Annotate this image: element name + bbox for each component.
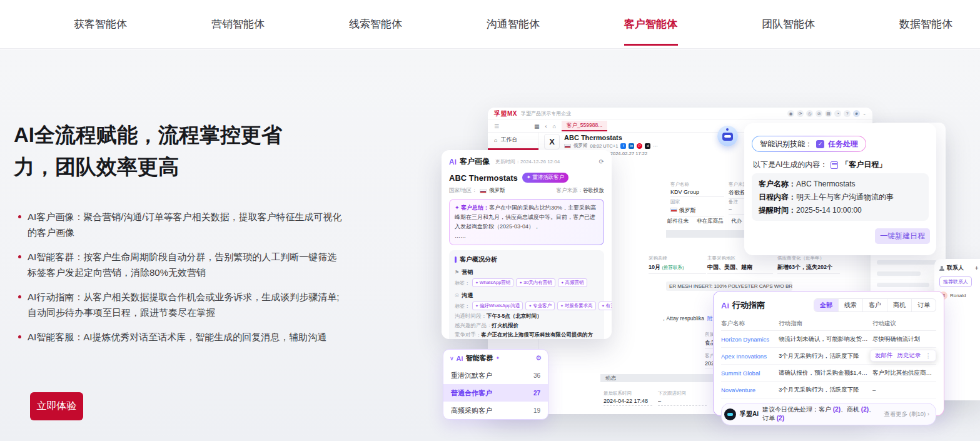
skeleton-line bbox=[877, 283, 929, 287]
nav-item-team[interactable]: 团队智能体 bbox=[759, 0, 817, 49]
guide-cell: 物流计划未确认，可能影响发货时效 bbox=[779, 335, 870, 343]
guide-cell: 请确认报价，预计采购金额$1,400,... bbox=[779, 369, 870, 377]
tag: 专业客户 bbox=[525, 302, 555, 310]
tab-customers[interactable]: 客户 bbox=[862, 299, 887, 312]
schedule-field: 提醒时间：2025-5-14 10:00:00 bbox=[759, 204, 922, 217]
bell-icon[interactable]: ◔ bbox=[834, 110, 841, 117]
contact-row[interactable]: R Ronald bbox=[939, 291, 979, 300]
intro-text: 以下是AI生成的内容： bbox=[753, 160, 827, 170]
fuma-ai-brand: 孚盟Ai bbox=[740, 410, 759, 418]
tab-todo[interactable]: 代办 bbox=[732, 218, 742, 225]
table-row[interactable]: Summit Global 请确认报价，预计采购金额$1,400,... 客户对… bbox=[721, 365, 936, 382]
more-icon[interactable]: ⋯ bbox=[653, 143, 658, 149]
suggestion-text: 建议今日优先处理：客户 (2)、商机 (2)、订单 (2) bbox=[762, 405, 880, 423]
customer-tier-badge: ✦ 重潜活跃客户 bbox=[522, 173, 568, 183]
refresh-icon[interactable]: ⟳ bbox=[797, 110, 804, 117]
tab-emails[interactable]: 邮件往来 bbox=[667, 218, 689, 225]
source-pair: 客户来源：谷歌投放 bbox=[557, 187, 605, 195]
customer-name-link[interactable]: Summit Global bbox=[721, 370, 776, 377]
menu-icon[interactable]: ☰ bbox=[494, 123, 499, 129]
stat-value: 10月 (推荐联系) bbox=[649, 263, 706, 274]
back-icon[interactable]: ‹ bbox=[545, 123, 547, 129]
product-row: ER MESH INSERT: 100% POLYESTER CAPS W/O … bbox=[666, 281, 792, 291]
sparkle-icon: ✦ bbox=[496, 355, 500, 361]
advice-cell: – bbox=[872, 387, 936, 393]
view-more-link[interactable]: 查看更多 (剩10) › bbox=[884, 410, 929, 418]
history-icon[interactable]: ◷ bbox=[806, 110, 813, 117]
assistant-icon[interactable]: ◉ bbox=[787, 110, 794, 117]
tab-nonstock[interactable]: 非在库商品 bbox=[697, 218, 724, 225]
field-value: 2024-04-22 17:48 bbox=[604, 398, 652, 406]
chevron-down-icon[interactable]: ∨ bbox=[450, 355, 454, 362]
nav-item-data[interactable]: 数据智能体 bbox=[897, 0, 955, 49]
add-contact-button[interactable]: ＋ bbox=[974, 264, 979, 272]
customer-name-link[interactable]: Apex Innovations bbox=[721, 353, 776, 360]
profile-meta-row: 国家/地区： 俄罗斯 客户来源：谷歌投放 bbox=[449, 187, 604, 195]
nav-item-leads[interactable]: 线索智能体 bbox=[346, 0, 405, 49]
customer-name: ABC Thermostats bbox=[564, 134, 658, 141]
chat-icon: ☉ bbox=[455, 293, 459, 298]
create-schedule-button[interactable]: 一键新建日程 bbox=[875, 228, 930, 244]
robot-icon bbox=[724, 408, 736, 420]
open-tab-customer[interactable]: 客户_559988... bbox=[562, 121, 607, 131]
nav-item-marketing[interactable]: 营销智能体 bbox=[209, 0, 267, 49]
russia-flag-icon bbox=[670, 208, 677, 212]
tag-row: 标签： 偏好WhatsApp沟通 专业客户 对服务要求高 有竞争对手 bbox=[455, 302, 599, 310]
customer-logo: X bbox=[544, 134, 560, 150]
ai-robot-avatar[interactable] bbox=[717, 126, 738, 146]
tab-all[interactable]: 全部 bbox=[814, 299, 838, 312]
nav-item-communication[interactable]: 沟通智能体 bbox=[484, 0, 542, 49]
segment-row-frequent[interactable]: 高频采购客户 19 bbox=[443, 402, 548, 419]
country-value: 俄罗斯 bbox=[489, 187, 505, 195]
customer-name-link[interactable]: Horizon Dynamics bbox=[721, 336, 776, 343]
list-icon[interactable]: ▤ bbox=[825, 110, 832, 117]
recommend-contact-link[interactable]: (推荐联系) bbox=[662, 265, 684, 270]
nav-item-acquisition[interactable]: 获客智能体 bbox=[71, 0, 129, 49]
skeleton-line bbox=[877, 260, 937, 265]
history-button[interactable]: 历史记录 bbox=[897, 352, 921, 360]
avatar[interactable]: e bbox=[853, 110, 860, 117]
pinterest-icon[interactable]: P bbox=[637, 143, 642, 149]
facebook-icon[interactable]: f bbox=[620, 143, 626, 149]
skill-pill-label: 智能识别技能： bbox=[760, 139, 812, 150]
hero-bullet-list: AI客户画像：聚合营销/沟通/订单等客户相关数据，提取客户特征生成可视化的客户画… bbox=[14, 209, 344, 353]
customer-name-link[interactable]: NovaVenture bbox=[721, 387, 776, 393]
robot-antenna bbox=[726, 128, 729, 131]
kebab-icon[interactable]: ⋮ bbox=[926, 352, 932, 359]
tiktok-icon[interactable]: d bbox=[645, 143, 650, 149]
advice-cell: 客户对比其他供应商保健，可... bbox=[872, 369, 936, 377]
table-row[interactable]: NovaVenture 3个月无采购行为，活跃度下降 – bbox=[721, 382, 936, 398]
ai-suggestion-bar: 孚盟Ai 建议今日优先处理：客户 (2)、商机 (2)、订单 (2) 查看更多 … bbox=[721, 403, 936, 425]
segment-row-silent[interactable]: 重潜沉默客户 36 bbox=[443, 367, 548, 384]
tab-leads[interactable]: 线索 bbox=[838, 299, 862, 312]
block-icon[interactable]: ⊘ bbox=[816, 110, 822, 117]
refresh-icon[interactable]: ⟳ bbox=[599, 158, 604, 165]
table-row[interactable]: Apex Innovations 3个月无采购行为，活跃度下降 发送关 发邮件 … bbox=[721, 348, 936, 365]
chevron-down-icon[interactable]: ⌄ bbox=[862, 111, 866, 116]
stat-value: 新增63个，流失202个 bbox=[777, 263, 840, 274]
help-icon[interactable]: ? bbox=[844, 110, 851, 117]
recommend-contact-button[interactable]: 推荐联系人 bbox=[939, 276, 972, 287]
tab-opportunities[interactable]: 商机 bbox=[887, 299, 911, 312]
calendar-icon bbox=[831, 161, 838, 169]
hero-bullet: AI行动指南：从客户相关数据提取合作机会或业务诉求，生成谈判步骤清单;自动同步待… bbox=[14, 289, 344, 320]
tab-orders[interactable]: 订单 bbox=[911, 299, 936, 312]
linkedin-icon[interactable]: in bbox=[629, 143, 634, 149]
field-value: – bbox=[658, 398, 707, 406]
robot-face bbox=[722, 133, 733, 141]
gear-icon[interactable]: ⚙ bbox=[535, 354, 542, 362]
nav-item-customer-active[interactable]: 客户智能体 bbox=[622, 0, 680, 49]
try-now-button[interactable]: 立即体验 bbox=[30, 392, 83, 420]
tag: 30天内有营销 bbox=[516, 278, 555, 287]
grid-icon[interactable]: ▦ bbox=[534, 123, 540, 129]
segment-row-normal-active[interactable]: 普通合作客户 27 bbox=[443, 384, 548, 402]
send-email-button[interactable]: 发邮件 bbox=[875, 352, 893, 360]
tag: 有竞争对手 bbox=[599, 302, 612, 310]
sidebar-item-workbench[interactable]: ⌂ 工作台 bbox=[488, 133, 538, 147]
top-nav: 获客智能体 营销智能体 线索智能体 沟通智能体 客户智能体 团队智能体 数据智能… bbox=[0, 0, 980, 49]
address-text: ，Attay respublika bbox=[661, 315, 704, 323]
column-header: 客户名称 bbox=[721, 320, 776, 328]
home-icon[interactable]: ⌂ bbox=[553, 123, 556, 129]
group-field: 竞争对手：客户正在对比上海很可乐科技有限公司提供的方案。他们的报价更低 bbox=[455, 331, 599, 339]
table-row[interactable]: Horizon Dynamics 物流计划未确认，可能影响发货时效 尽快明确物流… bbox=[721, 331, 936, 348]
